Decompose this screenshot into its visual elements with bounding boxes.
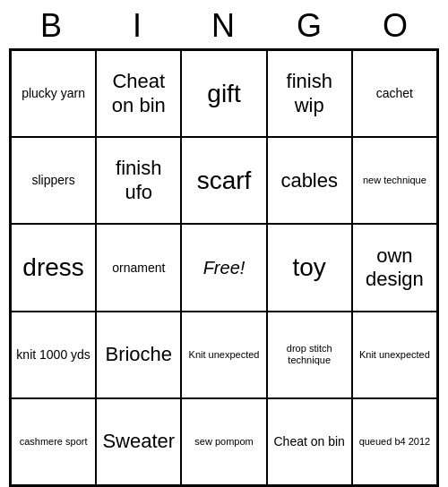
title-n: N [185,7,263,45]
cell-3-0: knit 1000 yds [11,312,96,398]
cell-3-4: Knit unexpected [352,312,437,398]
cell-2-2-free: Free! [181,224,266,311]
title-g: G [271,7,349,45]
cell-0-4: cachet [352,50,437,137]
title-i: I [99,7,177,45]
title-b: B [13,7,91,45]
cell-4-4: queued b4 2012 [352,398,437,485]
cell-2-1: ornament [96,224,181,311]
cell-1-1: finish ufo [96,137,181,224]
cell-4-3: Cheat on bin [267,398,352,485]
cell-4-0: cashmere sport [11,398,96,485]
cell-0-1: Cheat on bin [96,50,181,137]
cell-0-3: finish wip [267,50,352,137]
cell-2-0: dress [11,224,96,311]
cell-3-2: Knit unexpected [181,312,266,398]
cell-1-3: cables [267,137,352,224]
cell-2-3: toy [267,224,352,311]
bingo-title: B I N G O [9,0,439,48]
cell-1-2: scarf [181,137,266,224]
cell-4-2: sew pompom [181,398,266,485]
cell-4-1: Sweater [96,398,181,485]
cell-3-3: drop stitch technique [267,312,352,398]
cell-2-4: own design [352,224,437,311]
cell-1-4: new technique [352,137,437,224]
cell-0-0: plucky yarn [11,50,96,137]
cell-0-2: gift [181,50,266,137]
title-o: O [357,7,435,45]
cell-1-0: slippers [11,137,96,224]
bingo-grid: plucky yarn Cheat on bin gift finish wip… [9,48,439,487]
cell-3-1: Brioche [96,312,181,398]
